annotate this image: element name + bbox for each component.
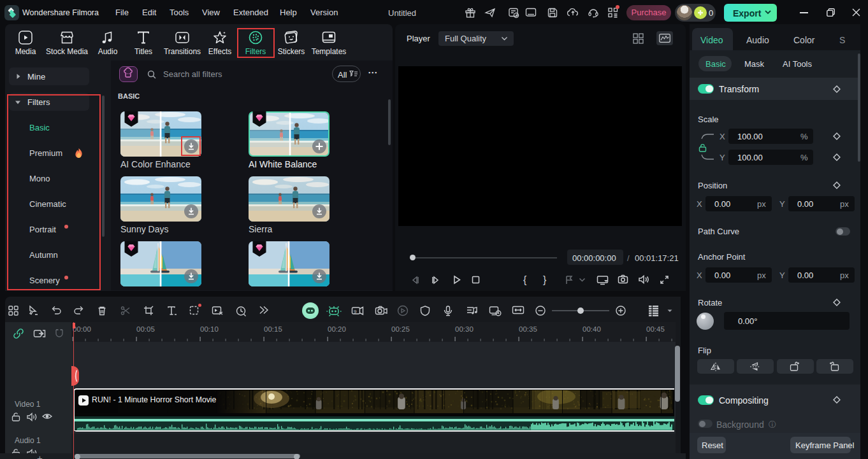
- svg-text:9: 9: [354, 309, 357, 314]
